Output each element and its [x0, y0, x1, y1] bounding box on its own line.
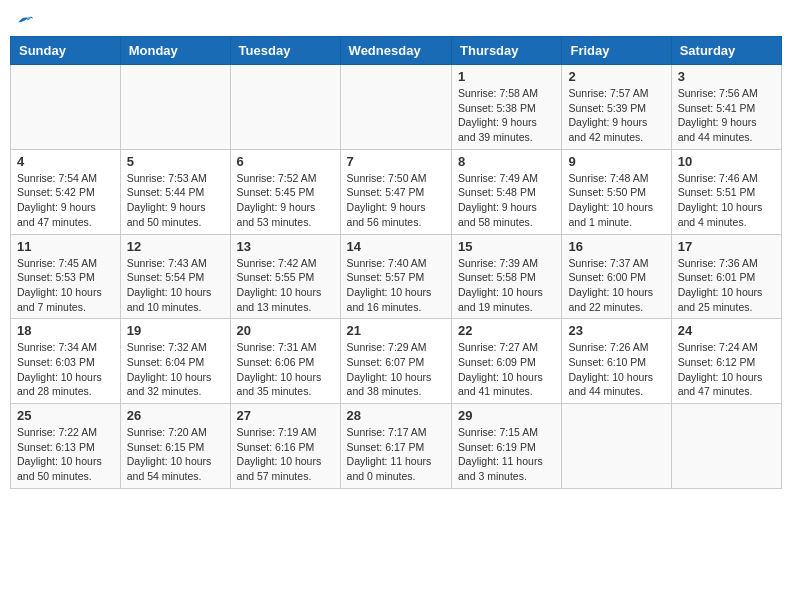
- calendar-cell: [671, 404, 781, 489]
- day-number: 15: [458, 239, 555, 254]
- day-number: 2: [568, 69, 664, 84]
- day-info: Sunrise: 7:36 AMSunset: 6:01 PMDaylight:…: [678, 256, 775, 315]
- calendar-cell: 24Sunrise: 7:24 AMSunset: 6:12 PMDayligh…: [671, 319, 781, 404]
- calendar-header-row: SundayMondayTuesdayWednesdayThursdayFrid…: [11, 37, 782, 65]
- calendar-cell: 23Sunrise: 7:26 AMSunset: 6:10 PMDayligh…: [562, 319, 671, 404]
- day-info: Sunrise: 7:49 AMSunset: 5:48 PMDaylight:…: [458, 171, 555, 230]
- weekday-header-wednesday: Wednesday: [340, 37, 451, 65]
- day-number: 24: [678, 323, 775, 338]
- day-info: Sunrise: 7:31 AMSunset: 6:06 PMDaylight:…: [237, 340, 334, 399]
- calendar-cell: 26Sunrise: 7:20 AMSunset: 6:15 PMDayligh…: [120, 404, 230, 489]
- day-info: Sunrise: 7:56 AMSunset: 5:41 PMDaylight:…: [678, 86, 775, 145]
- calendar-cell: 13Sunrise: 7:42 AMSunset: 5:55 PMDayligh…: [230, 234, 340, 319]
- calendar-table: SundayMondayTuesdayWednesdayThursdayFrid…: [10, 36, 782, 489]
- day-info: Sunrise: 7:54 AMSunset: 5:42 PMDaylight:…: [17, 171, 114, 230]
- day-number: 5: [127, 154, 224, 169]
- day-number: 25: [17, 408, 114, 423]
- calendar-cell: 1Sunrise: 7:58 AMSunset: 5:38 PMDaylight…: [452, 65, 562, 150]
- day-number: 14: [347, 239, 445, 254]
- logo-bird-icon: [16, 10, 34, 28]
- day-info: Sunrise: 7:48 AMSunset: 5:50 PMDaylight:…: [568, 171, 664, 230]
- day-number: 4: [17, 154, 114, 169]
- calendar-week-5: 25Sunrise: 7:22 AMSunset: 6:13 PMDayligh…: [11, 404, 782, 489]
- calendar-cell: 29Sunrise: 7:15 AMSunset: 6:19 PMDayligh…: [452, 404, 562, 489]
- calendar-cell: 20Sunrise: 7:31 AMSunset: 6:06 PMDayligh…: [230, 319, 340, 404]
- calendar-cell: 4Sunrise: 7:54 AMSunset: 5:42 PMDaylight…: [11, 149, 121, 234]
- calendar-cell: 19Sunrise: 7:32 AMSunset: 6:04 PMDayligh…: [120, 319, 230, 404]
- calendar-cell: 28Sunrise: 7:17 AMSunset: 6:17 PMDayligh…: [340, 404, 451, 489]
- weekday-header-friday: Friday: [562, 37, 671, 65]
- day-info: Sunrise: 7:22 AMSunset: 6:13 PMDaylight:…: [17, 425, 114, 484]
- weekday-header-saturday: Saturday: [671, 37, 781, 65]
- calendar-cell: 12Sunrise: 7:43 AMSunset: 5:54 PMDayligh…: [120, 234, 230, 319]
- day-number: 28: [347, 408, 445, 423]
- calendar-week-4: 18Sunrise: 7:34 AMSunset: 6:03 PMDayligh…: [11, 319, 782, 404]
- weekday-header-thursday: Thursday: [452, 37, 562, 65]
- day-info: Sunrise: 7:53 AMSunset: 5:44 PMDaylight:…: [127, 171, 224, 230]
- calendar-cell: 21Sunrise: 7:29 AMSunset: 6:07 PMDayligh…: [340, 319, 451, 404]
- day-info: Sunrise: 7:19 AMSunset: 6:16 PMDaylight:…: [237, 425, 334, 484]
- page-header: [10, 10, 782, 28]
- calendar-cell: 25Sunrise: 7:22 AMSunset: 6:13 PMDayligh…: [11, 404, 121, 489]
- calendar-cell: [11, 65, 121, 150]
- day-info: Sunrise: 7:57 AMSunset: 5:39 PMDaylight:…: [568, 86, 664, 145]
- day-number: 16: [568, 239, 664, 254]
- day-number: 3: [678, 69, 775, 84]
- day-number: 1: [458, 69, 555, 84]
- day-info: Sunrise: 7:27 AMSunset: 6:09 PMDaylight:…: [458, 340, 555, 399]
- day-number: 6: [237, 154, 334, 169]
- calendar-cell: 27Sunrise: 7:19 AMSunset: 6:16 PMDayligh…: [230, 404, 340, 489]
- day-number: 19: [127, 323, 224, 338]
- day-number: 29: [458, 408, 555, 423]
- day-number: 11: [17, 239, 114, 254]
- day-number: 23: [568, 323, 664, 338]
- day-number: 9: [568, 154, 664, 169]
- day-info: Sunrise: 7:37 AMSunset: 6:00 PMDaylight:…: [568, 256, 664, 315]
- calendar-cell: 7Sunrise: 7:50 AMSunset: 5:47 PMDaylight…: [340, 149, 451, 234]
- day-info: Sunrise: 7:52 AMSunset: 5:45 PMDaylight:…: [237, 171, 334, 230]
- day-info: Sunrise: 7:29 AMSunset: 6:07 PMDaylight:…: [347, 340, 445, 399]
- calendar-cell: 10Sunrise: 7:46 AMSunset: 5:51 PMDayligh…: [671, 149, 781, 234]
- day-number: 7: [347, 154, 445, 169]
- calendar-cell: [340, 65, 451, 150]
- day-info: Sunrise: 7:50 AMSunset: 5:47 PMDaylight:…: [347, 171, 445, 230]
- calendar-cell: 9Sunrise: 7:48 AMSunset: 5:50 PMDaylight…: [562, 149, 671, 234]
- calendar-cell: 16Sunrise: 7:37 AMSunset: 6:00 PMDayligh…: [562, 234, 671, 319]
- day-number: 13: [237, 239, 334, 254]
- day-info: Sunrise: 7:43 AMSunset: 5:54 PMDaylight:…: [127, 256, 224, 315]
- calendar-cell: [562, 404, 671, 489]
- calendar-cell: 14Sunrise: 7:40 AMSunset: 5:57 PMDayligh…: [340, 234, 451, 319]
- day-info: Sunrise: 7:17 AMSunset: 6:17 PMDaylight:…: [347, 425, 445, 484]
- calendar-cell: 18Sunrise: 7:34 AMSunset: 6:03 PMDayligh…: [11, 319, 121, 404]
- calendar-cell: 8Sunrise: 7:49 AMSunset: 5:48 PMDaylight…: [452, 149, 562, 234]
- day-number: 20: [237, 323, 334, 338]
- day-number: 8: [458, 154, 555, 169]
- calendar-cell: [120, 65, 230, 150]
- weekday-header-tuesday: Tuesday: [230, 37, 340, 65]
- calendar-cell: 22Sunrise: 7:27 AMSunset: 6:09 PMDayligh…: [452, 319, 562, 404]
- day-info: Sunrise: 7:42 AMSunset: 5:55 PMDaylight:…: [237, 256, 334, 315]
- day-info: Sunrise: 7:45 AMSunset: 5:53 PMDaylight:…: [17, 256, 114, 315]
- calendar-week-2: 4Sunrise: 7:54 AMSunset: 5:42 PMDaylight…: [11, 149, 782, 234]
- calendar-cell: 15Sunrise: 7:39 AMSunset: 5:58 PMDayligh…: [452, 234, 562, 319]
- day-number: 10: [678, 154, 775, 169]
- day-number: 22: [458, 323, 555, 338]
- day-info: Sunrise: 7:58 AMSunset: 5:38 PMDaylight:…: [458, 86, 555, 145]
- day-info: Sunrise: 7:34 AMSunset: 6:03 PMDaylight:…: [17, 340, 114, 399]
- calendar-cell: 5Sunrise: 7:53 AMSunset: 5:44 PMDaylight…: [120, 149, 230, 234]
- logo: [14, 10, 34, 28]
- day-info: Sunrise: 7:39 AMSunset: 5:58 PMDaylight:…: [458, 256, 555, 315]
- day-number: 21: [347, 323, 445, 338]
- day-info: Sunrise: 7:15 AMSunset: 6:19 PMDaylight:…: [458, 425, 555, 484]
- calendar-cell: 3Sunrise: 7:56 AMSunset: 5:41 PMDaylight…: [671, 65, 781, 150]
- calendar-cell: 11Sunrise: 7:45 AMSunset: 5:53 PMDayligh…: [11, 234, 121, 319]
- day-info: Sunrise: 7:20 AMSunset: 6:15 PMDaylight:…: [127, 425, 224, 484]
- weekday-header-monday: Monday: [120, 37, 230, 65]
- calendar-cell: [230, 65, 340, 150]
- day-number: 26: [127, 408, 224, 423]
- day-info: Sunrise: 7:24 AMSunset: 6:12 PMDaylight:…: [678, 340, 775, 399]
- calendar-week-1: 1Sunrise: 7:58 AMSunset: 5:38 PMDaylight…: [11, 65, 782, 150]
- day-number: 18: [17, 323, 114, 338]
- day-number: 27: [237, 408, 334, 423]
- weekday-header-sunday: Sunday: [11, 37, 121, 65]
